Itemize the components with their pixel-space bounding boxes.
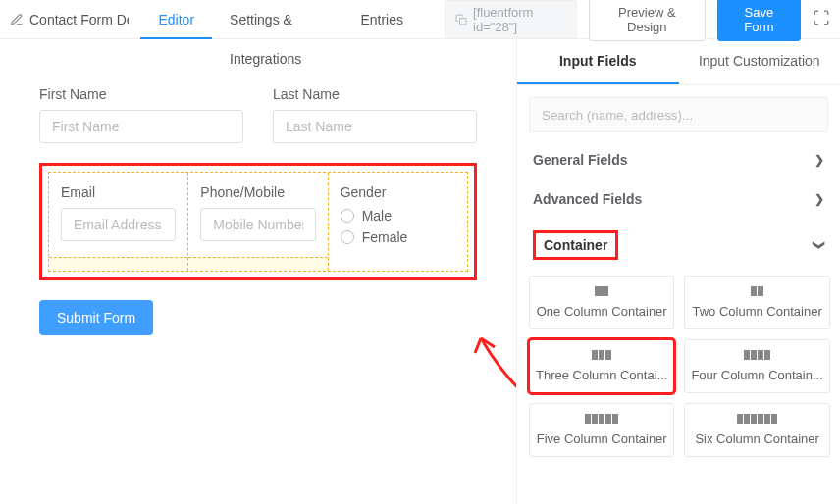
block-label: Two Column Container (691, 304, 822, 319)
save-button[interactable]: Save Form (717, 0, 801, 41)
block-four-column[interactable]: Four Column Contain... (684, 339, 829, 393)
tab-input-fields[interactable]: Input Fields (517, 39, 679, 84)
col-email[interactable]: Email (49, 173, 188, 271)
radio-icon (341, 209, 354, 223)
top-tabs: Editor Settings & Integrations Entries (140, 0, 420, 39)
top-bar: Contact Form De... Editor Settings & Int… (0, 0, 840, 39)
tab-entries[interactable]: Entries (342, 0, 421, 39)
block-label: Five Column Container (536, 431, 667, 446)
block-label: Three Column Contai... (536, 368, 667, 382)
radio-male[interactable]: Male (341, 208, 455, 224)
container-highlight: Email Phone/Mobile Gender Male Female (39, 163, 477, 280)
accordion-label: General Fields (533, 152, 627, 168)
radio-icon (341, 230, 354, 244)
input-first-name[interactable] (39, 110, 243, 143)
chevron-up-icon: ❯ (813, 240, 826, 250)
tab-input-customization[interactable]: Input Customization (679, 39, 841, 84)
form-title[interactable]: Contact Form De... (10, 12, 129, 27)
block-label: One Column Container (536, 304, 667, 319)
accordion-advanced-fields[interactable]: Advanced Fields ❯ (529, 179, 828, 219)
field-last-name[interactable]: Last Name (273, 86, 477, 143)
accordion-container[interactable]: Container ❯ (529, 219, 828, 272)
label-last-name: Last Name (273, 86, 477, 102)
accordion-label: Advanced Fields (533, 191, 642, 207)
form-title-text: Contact Form De... (29, 12, 129, 27)
block-two-column[interactable]: Two Column Container (684, 276, 829, 329)
copy-icon (455, 13, 467, 26)
fullscreen-icon[interactable] (813, 9, 830, 29)
drop-zone-indicator (49, 257, 187, 271)
radio-female-label: Female (362, 229, 408, 245)
label-email: Email (61, 184, 176, 200)
columns-icon (595, 286, 608, 296)
label-first-name: First Name (39, 86, 243, 102)
tab-editor[interactable]: Editor (140, 0, 212, 39)
form-canvas[interactable]: First Name Last Name Email Phone/Mobile (0, 39, 516, 504)
container-blocks: One Column Container Two Column Containe… (529, 272, 828, 461)
radio-male-label: Male (362, 208, 392, 224)
shortcode-badge[interactable]: [fluentform id="28"] (445, 0, 577, 39)
col-phone[interactable]: Phone/Mobile (188, 173, 328, 271)
accordion-label-highlight: Container (533, 230, 618, 260)
columns-icon (585, 414, 618, 424)
tab-settings[interactable]: Settings & Integrations (212, 0, 342, 39)
row-name: First Name Last Name (39, 86, 477, 143)
sidebar-body: General Fields ❯ Advanced Fields ❯ Conta… (517, 85, 840, 504)
annotation-arrow (471, 324, 516, 441)
accordion-general-fields[interactable]: General Fields ❯ (529, 140, 828, 179)
radio-female[interactable]: Female (341, 229, 455, 245)
chevron-down-icon: ❯ (814, 153, 824, 167)
block-label: Four Column Contain... (691, 368, 822, 382)
preview-button[interactable]: Preview & Design (589, 0, 706, 41)
shortcode-text: [fluentform id="28"] (473, 5, 566, 34)
block-three-column[interactable]: Three Column Contai... (529, 339, 674, 393)
submit-button[interactable]: Submit Form (39, 300, 153, 335)
columns-icon (592, 350, 611, 360)
input-email[interactable] (61, 208, 176, 241)
main: First Name Last Name Email Phone/Mobile (0, 39, 840, 504)
block-label: Six Column Container (691, 431, 822, 446)
input-phone[interactable] (200, 208, 315, 241)
field-first-name[interactable]: First Name (39, 86, 243, 143)
chevron-down-icon: ❯ (814, 192, 824, 206)
col-gender[interactable]: Gender Male Female (329, 173, 467, 271)
label-phone: Phone/Mobile (200, 184, 315, 200)
block-one-column[interactable]: One Column Container (529, 276, 674, 329)
svg-rect-0 (459, 18, 466, 25)
sidebar-tabs: Input Fields Input Customization (517, 39, 840, 85)
columns-icon (744, 350, 770, 360)
block-five-column[interactable]: Five Column Container (529, 403, 674, 457)
columns-icon (751, 286, 763, 296)
search-input[interactable] (529, 97, 828, 132)
sidebar: Input Fields Input Customization General… (516, 39, 840, 504)
pencil-icon (10, 13, 24, 26)
block-six-column[interactable]: Six Column Container (684, 403, 829, 457)
three-column-container[interactable]: Email Phone/Mobile Gender Male Female (48, 172, 468, 272)
input-last-name[interactable] (273, 110, 477, 143)
columns-icon (737, 414, 777, 424)
label-gender: Gender (341, 184, 455, 200)
drop-zone-indicator (188, 257, 327, 271)
